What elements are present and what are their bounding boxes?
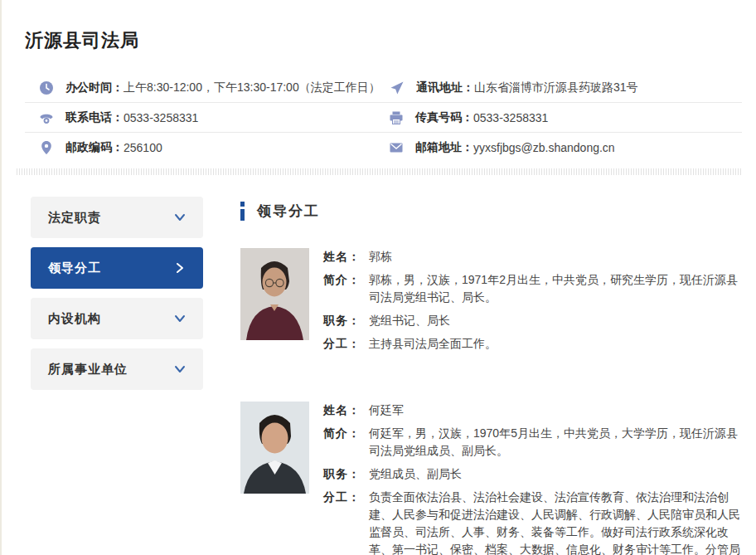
- leader-duty: 主持县司法局全面工作。: [369, 335, 742, 353]
- leader-card: 姓名： 何廷军 简介： 何廷军，男，汉族，1970年5月出生，中共党员，大学学历…: [240, 402, 742, 555]
- leader-fields: 姓名： 何廷军 简介： 何廷军，男，汉族，1970年5月出生，中共党员，大学学历…: [323, 402, 742, 555]
- page-title: 沂源县司法局: [25, 28, 742, 53]
- content-area: 领导分工: [240, 197, 742, 555]
- section-header: 领导分工: [240, 202, 742, 221]
- info-cell-email: 邮箱地址： yyxsfjbgs@zb.shandong.cn: [379, 133, 742, 163]
- phone-icon: [39, 110, 54, 125]
- sidebar-item-label: 内设机构: [48, 311, 101, 327]
- chevron-down-icon: [174, 313, 186, 324]
- field-label: 职务：: [323, 465, 369, 483]
- sidebar-item-label: 所属事业单位: [48, 362, 128, 377]
- info-cell-mailing-address: 通讯地址： 山东省淄博市沂源县药玻路31号: [380, 73, 742, 103]
- info-value: 上午8:30-12:00，下午13:30-17:00（法定工作日）: [124, 80, 380, 95]
- info-label: 办公时间：: [65, 80, 124, 95]
- leader-name: 郭栋: [369, 248, 742, 265]
- clock-icon: [39, 80, 54, 95]
- sidebar-item-label: 领导分工: [48, 260, 101, 276]
- info-value: 0533-3258331: [124, 111, 198, 124]
- field-duty: 分工： 负责全面依法治县、法治社会建设、法治宣传教育、依法治理和法治创建、人民参…: [323, 489, 742, 555]
- send-icon: [390, 80, 405, 95]
- sidebar-item-statutory-duties[interactable]: 法定职责: [31, 197, 203, 238]
- leader-duty: 负责全面依法治县、法治社会建设、法治宣传教育、依法治理和法治创建、人民参与和促进…: [369, 489, 742, 555]
- leader-post: 党组成员、副局长: [369, 465, 742, 483]
- printer-icon: [389, 110, 404, 125]
- hatched-divider: [17, 168, 742, 175]
- info-row: 办公时间： 上午8:30-12:00，下午13:30-17:00（法定工作日） …: [25, 73, 742, 103]
- field-label: 简介：: [323, 425, 369, 460]
- field-label: 分工：: [323, 335, 369, 353]
- leader-bio: 何廷军，男，汉族，1970年5月出生，中共党员，大学学历，现任沂源县司法局党组成…: [369, 425, 742, 460]
- info-cell-fax: 传真号码： 0533-3258331: [379, 103, 742, 133]
- sidebar-item-label: 法定职责: [48, 210, 101, 226]
- field-post: 职务： 党组成员、副局长: [323, 465, 742, 483]
- leader-fields: 姓名： 郭栋 简介： 郭栋，男，汉族，1971年2月出生，中共党员，研究生学历，…: [323, 248, 742, 358]
- leader-bio: 郭栋，男，汉族，1971年2月出生，中共党员，研究生学历，现任沂源县司法局党组书…: [369, 271, 742, 306]
- info-label: 邮政编码：: [65, 140, 124, 155]
- chevron-down-icon: [174, 363, 186, 375]
- contact-info-table: 办公时间： 上午8:30-12:00，下午13:30-17:00（法定工作日） …: [25, 73, 742, 163]
- leader-photo: [240, 248, 309, 340]
- info-label: 联系电话：: [65, 110, 124, 125]
- sidebar-item-affiliated-units[interactable]: 所属事业单位: [31, 348, 203, 390]
- field-name: 姓名： 郭栋: [323, 248, 742, 265]
- field-label: 姓名：: [323, 248, 369, 265]
- field-label: 简介：: [323, 271, 369, 306]
- page: 沂源县司法局 办公时间： 上午8:30-12:00，下午13:30-17:00（…: [2, 28, 756, 555]
- field-label: 分工：: [323, 489, 369, 555]
- section-marker: [240, 202, 245, 221]
- leader-post: 党组书记、局长: [369, 312, 742, 329]
- chevron-right-icon: [174, 262, 186, 274]
- field-post: 职务： 党组书记、局长: [323, 312, 742, 329]
- leader-name: 何廷军: [369, 402, 742, 419]
- sidebar: 法定职责 领导分工 内设机构 所属事业单位: [31, 197, 203, 555]
- info-cell-phone: 联系电话： 0533-3258331: [25, 103, 379, 133]
- info-label: 传真号码：: [415, 110, 473, 125]
- info-value: yyxsfjbgs@zb.shandong.cn: [473, 141, 615, 154]
- chevron-down-icon: [174, 212, 186, 223]
- info-value: 山东省淄博市沂源县药玻路31号: [474, 80, 638, 95]
- info-row: 邮政编码： 256100 邮箱地址： yyxsfjbgs@zb.shandong…: [25, 133, 742, 163]
- envelope-icon: [389, 140, 404, 155]
- field-bio: 简介： 郭栋，男，汉族，1971年2月出生，中共党员，研究生学历，现任沂源县司法…: [323, 271, 742, 306]
- info-row: 联系电话： 0533-3258331 传真号码： 0533-3258331: [25, 103, 742, 133]
- info-label: 邮箱地址：: [415, 140, 473, 155]
- leader-card: 姓名： 郭栋 简介： 郭栋，男，汉族，1971年2月出生，中共党员，研究生学历，…: [240, 248, 742, 358]
- info-label: 通讯地址：: [416, 80, 474, 95]
- info-cell-office-hours: 办公时间： 上午8:30-12:00，下午13:30-17:00（法定工作日）: [25, 73, 380, 103]
- leader-photo: [240, 402, 309, 494]
- info-value: 256100: [124, 141, 162, 154]
- field-name: 姓名： 何廷军: [323, 402, 742, 419]
- main-layout: 法定职责 领导分工 内设机构 所属事业单位: [25, 197, 742, 555]
- sidebar-item-leadership-division[interactable]: 领导分工: [31, 247, 203, 289]
- info-value: 0533-3258331: [473, 111, 548, 124]
- field-duty: 分工： 主持县司法局全面工作。: [323, 335, 742, 353]
- section-title: 领导分工: [257, 202, 320, 221]
- info-cell-postcode: 邮政编码： 256100: [25, 133, 379, 163]
- field-label: 职务：: [323, 312, 369, 329]
- pin-icon: [39, 140, 54, 155]
- field-label: 姓名：: [323, 402, 369, 419]
- field-bio: 简介： 何廷军，男，汉族，1970年5月出生，中共党员，大学学历，现任沂源县司法…: [323, 425, 742, 460]
- sidebar-item-internal-organs[interactable]: 内设机构: [31, 298, 203, 339]
